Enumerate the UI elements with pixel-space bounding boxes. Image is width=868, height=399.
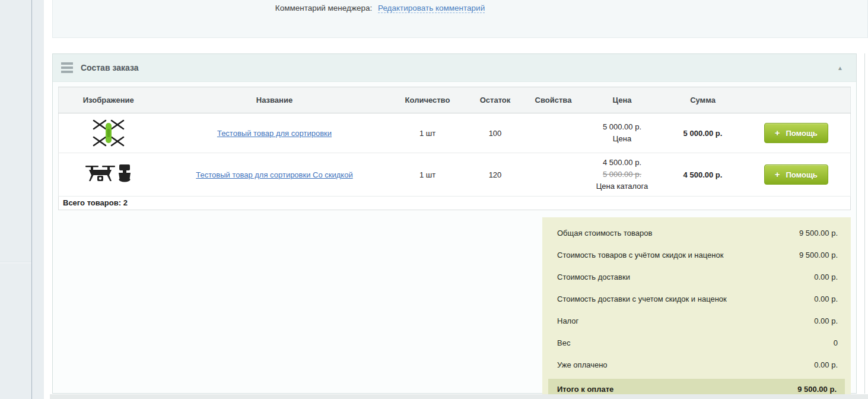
drone-side-view-image	[85, 162, 132, 188]
header-name: Название	[158, 87, 391, 113]
summary-row: Уже оплачено 0.00 р.	[542, 354, 851, 376]
stock-cell: 100	[465, 113, 526, 153]
left-sidebar	[0, 0, 44, 399]
summary-row: Вес 0	[542, 332, 851, 354]
summary-row: Стоимость доставки с учетом скидок и нац…	[542, 288, 851, 310]
quantity-cell: 1 шт	[391, 153, 465, 197]
sidebar-border-line	[31, 0, 32, 399]
order-contents-body: Изображение Название Количество Остаток …	[53, 82, 856, 399]
header-actions	[742, 87, 851, 113]
price-cell: 5 000.00 р. Цена	[581, 113, 664, 153]
order-summary-box: Общая стоимость товаров 9 500.00 р. Стои…	[542, 217, 851, 399]
header-properties: Свойства	[526, 87, 581, 113]
help-button[interactable]: +Помощь	[764, 164, 828, 185]
quantity-cell: 1 шт	[391, 113, 465, 153]
summary-label: Вес	[557, 338, 570, 347]
price-type-label: Цена каталога	[586, 180, 659, 192]
product-name-cell: Тестовый товар для сортировки Со скидкой	[158, 153, 391, 197]
product-name-link[interactable]: Тестовый товар для сортировки	[217, 129, 332, 138]
items-total-row: Всего товаров: 2	[58, 197, 851, 210]
collapse-icon[interactable]: ▲	[832, 62, 848, 74]
summary-value: 0.00 р.	[814, 273, 838, 281]
help-button-label: Помощь	[786, 170, 817, 179]
sum-cell: 4 500.00 р.	[664, 153, 742, 197]
summary-row: Стоимость товаров с учётом скидок и наце…	[542, 244, 851, 266]
product-name-link[interactable]: Тестовый товар для сортировки Со скидкой	[196, 170, 352, 179]
summary-label: Общая стоимость товаров	[557, 229, 652, 238]
manager-comment-bar: Комментарий менеджера: Редактировать ком…	[52, 0, 868, 38]
help-button-label: Помощь	[786, 129, 817, 138]
panel-title: Состав заказа	[81, 63, 139, 72]
summary-row: Общая стоимость товаров 9 500.00 р.	[542, 222, 851, 244]
header-image: Изображение	[59, 87, 158, 113]
help-button[interactable]: +Помощь	[764, 123, 828, 143]
table-row: Тестовый товар для сортировки Со скидкой…	[59, 153, 851, 197]
summary-total-label: Итого к оплате	[557, 385, 613, 394]
order-contents-panel: Состав заказа ▲ Изображение Название Кол…	[52, 53, 857, 394]
items-total-value: 2	[123, 198, 128, 207]
drone-top-view-image	[91, 117, 126, 149]
summary-value: 9 500.00 р.	[799, 229, 838, 238]
manager-comment-label: Комментарий менеджера:	[275, 4, 372, 12]
summary-value: 0.00 р.	[814, 294, 838, 303]
plus-icon: +	[775, 169, 780, 179]
summary-label: Стоимость товаров с учётом скидок и наце…	[557, 251, 723, 259]
items-total-label: Всего товаров:	[63, 198, 121, 207]
old-price-value: 5 000.00 р.	[586, 169, 659, 180]
order-contents-header: Состав заказа ▲	[53, 54, 856, 82]
header-sum: Сумма	[664, 87, 742, 113]
product-image-cell	[59, 153, 158, 197]
actions-cell: +Помощь	[742, 113, 851, 153]
header-quantity: Количество	[391, 87, 465, 113]
sidebar-divider	[0, 262, 31, 263]
table-row: Тестовый товар для сортировки 1 шт 100 5…	[59, 113, 851, 153]
edit-comment-link[interactable]: Редактировать комментарий	[378, 4, 485, 13]
summary-label: Налог	[557, 316, 578, 325]
header-stock: Остаток	[465, 87, 526, 113]
menu-icon[interactable]	[61, 61, 73, 75]
order-items-table: Изображение Название Количество Остаток …	[58, 87, 851, 197]
table-header-row: Изображение Название Количество Остаток …	[59, 87, 851, 113]
summary-label: Стоимость доставки с учетом скидок и нац…	[557, 294, 727, 303]
price-value: 5 000.00 р.	[586, 121, 659, 133]
actions-cell: +Помощь	[742, 153, 851, 197]
summary-value: 0.00 р.	[814, 316, 838, 325]
plus-icon: +	[775, 128, 780, 138]
properties-cell	[526, 153, 581, 197]
summary-value: 0.00 р.	[814, 360, 838, 369]
product-name-cell: Тестовый товар для сортировки	[158, 113, 391, 153]
summary-row: Налог 0.00 р.	[542, 310, 851, 332]
price-value: 4 500.00 р.	[586, 157, 659, 169]
sum-cell: 5 000.00 р.	[664, 113, 742, 153]
summary-value: 0	[834, 338, 838, 347]
properties-cell	[526, 113, 581, 153]
summary-row: Стоимость доставки 0.00 р.	[542, 266, 851, 288]
price-type-label: Цена	[586, 133, 659, 145]
header-price: Цена	[581, 87, 664, 113]
summary-label: Уже оплачено	[557, 360, 608, 369]
summary-total-value: 9 500.00 р.	[797, 385, 837, 394]
page-right-border	[864, 53, 865, 394]
summary-value: 9 500.00 р.	[799, 251, 838, 259]
price-cell: 4 500.00 р. 5 000.00 р. Цена каталога	[581, 153, 664, 197]
bottom-strip	[50, 394, 868, 399]
product-image-cell	[59, 113, 158, 153]
summary-label: Стоимость доставки	[557, 273, 630, 281]
stock-cell: 120	[465, 153, 526, 197]
